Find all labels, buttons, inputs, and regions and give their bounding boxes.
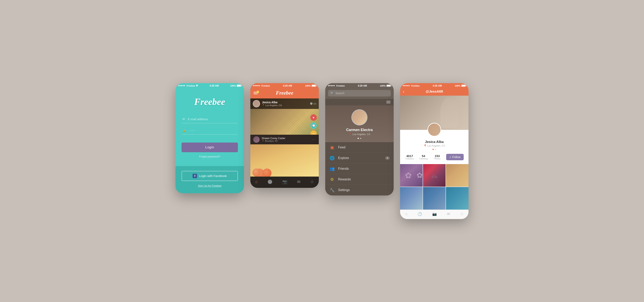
signal-dots-4 <box>403 85 410 86</box>
profile-nav-mail[interactable]: ✉ <box>447 212 450 216</box>
phones-container: Freebee ⌘ 4:20 AM 100% Freebee ✉ E-mail … <box>176 83 468 219</box>
post-2-username: Shawn Corey Carter <box>262 137 310 140</box>
search-input[interactable]: 🔍 Search <box>328 90 391 96</box>
facebook-icon: f <box>192 174 197 178</box>
photos-label: Photos <box>431 158 443 160</box>
follow-button[interactable]: + Follow <box>446 154 464 160</box>
post-2-image <box>250 144 319 176</box>
carrier-3: Freebee <box>328 84 345 87</box>
app-logo-1: Freebee <box>194 96 225 107</box>
status-right-3: 100% <box>380 84 391 87</box>
login-main: Freebee ✉ E-mail address 🔒 ······· Login… <box>176 88 244 166</box>
status-bar-3: Freebee 4:20 AM 100% <box>325 83 394 88</box>
time-2: 4:20 AM <box>283 84 292 87</box>
signup-link[interactable]: Sign Up for Freebee <box>198 184 222 187</box>
profile-location: 📍 Los Angeles, CA <box>403 144 466 147</box>
menu-button[interactable]: 5 <box>254 92 258 94</box>
post-1-avatar <box>253 100 260 107</box>
status-bar-2: Freebee 4:20 AM 100% <box>250 83 319 88</box>
like-button-1[interactable]: ♥ <box>310 114 317 120</box>
carrier-name-2: Freebee <box>262 84 270 87</box>
profile-nav-star[interactable]: ☆ <box>460 212 464 216</box>
photo-2[interactable]: 🚲 <box>423 164 446 187</box>
post-2-meta: Shawn Corey Carter 📍 Brooklyn, NY ··· <box>250 135 319 144</box>
email-icon: ✉ <box>182 117 185 121</box>
carrier-name-4: Freebee <box>411 84 420 87</box>
nav-home[interactable]: ⌂ <box>254 178 259 185</box>
profile-nav-clock[interactable]: 🕐 <box>418 212 422 216</box>
photo-5[interactable] <box>423 187 446 210</box>
hamburger-button[interactable] <box>386 101 390 103</box>
carrier-1: Freebee ⌘ <box>178 84 198 87</box>
feed-icon: ▣ <box>329 145 335 150</box>
menu-item-explore[interactable]: 🌐 Explore 5 <box>325 153 394 164</box>
feed-label: Feed <box>338 146 345 149</box>
settings-label: Settings <box>338 188 350 192</box>
time-3: 4:20 AM <box>358 84 367 87</box>
post-2-options[interactable]: ··· <box>312 137 316 142</box>
nav-camera[interactable]: 📷 <box>281 178 289 185</box>
profile-display-name: Jesica Alba <box>403 140 466 144</box>
lock-icon: 🔒 <box>182 128 186 132</box>
photo-1[interactable]: ✿ <box>400 164 422 187</box>
rewards-icon: ⚙ <box>329 177 335 182</box>
status-right-1: 100% <box>230 84 241 87</box>
battery-label-1: 100% <box>230 84 236 87</box>
menu-item-feed[interactable]: ▣ Feed <box>325 142 394 153</box>
pin-icon-menu: 📍 <box>348 133 352 136</box>
stat-photos: 153 Photos <box>430 152 444 162</box>
profile-nav-home[interactable]: ⌂ <box>405 212 407 216</box>
photo-6[interactable] <box>446 187 468 210</box>
login-button[interactable]: Login <box>182 142 238 152</box>
menu-item-settings[interactable]: 🔧 Settings <box>325 185 394 196</box>
post-1-location: 📍 Los Angeles, CA <box>262 104 308 106</box>
password-field[interactable]: 🔒 ······· <box>182 126 238 134</box>
pin-icon-1: 📍 <box>262 104 265 106</box>
rewards-label: Rewards <box>338 178 351 181</box>
following-label: Following <box>418 158 429 160</box>
share-button-1[interactable]: ↪ <box>310 130 317 134</box>
settings-icon: 🔧 <box>329 188 335 192</box>
email-placeholder: E-mail address <box>188 118 208 121</box>
back-button[interactable]: ‹ <box>403 89 404 94</box>
followers-count: 4017 <box>404 154 416 158</box>
password-placeholder: ······· <box>189 129 195 132</box>
profile-info-section: Jesica Alba 📍 Los Angeles, CA 4017 Follo… <box>400 130 468 164</box>
menu-top-bar <box>325 99 394 105</box>
carrier-name-1: Freebee <box>186 84 195 87</box>
profile-nav-camera[interactable]: 📷 <box>432 212 437 216</box>
menu-item-friends[interactable]: 👥 Friends <box>325 164 394 174</box>
phone-login: Freebee ⌘ 4:20 AM 100% Freebee ✉ E-mail … <box>176 83 244 193</box>
facebook-btn-label: Login with Facebook <box>199 174 227 178</box>
carrier-4: Freebee <box>403 84 420 87</box>
email-field[interactable]: ✉ E-mail address <box>182 115 238 123</box>
phone-feed: Freebee 4:20 AM 100% 5 Freebee <box>250 83 319 188</box>
nav-clock[interactable]: 🕐 <box>266 178 274 185</box>
facebook-login-button[interactable]: f Login with Facebook <box>182 171 238 181</box>
battery-icon-1 <box>237 84 241 87</box>
notification-badge: 5 <box>256 90 259 94</box>
menu-profile-location: 📍 Los Angeles, CA <box>348 133 370 136</box>
pin-icon-profile: 📍 <box>424 144 427 147</box>
feed-bottom-nav: ⌂ 🕐 📷 ✉ ☆ <box>250 176 319 188</box>
carrier-2: Freebee <box>253 84 270 87</box>
menu-item-rewards[interactable]: ⚙ Rewards <box>325 174 394 185</box>
profile-username-header: @JessA69 <box>426 90 443 94</box>
login-bottom: f Login with Facebook Sign Up for Freebe… <box>176 166 244 193</box>
status-bar-1: Freebee ⌘ 4:20 AM 100% <box>176 83 244 88</box>
forgot-password-link[interactable]: Forgot password? <box>199 155 220 158</box>
photo-4[interactable] <box>400 187 422 210</box>
battery-label-4: 100% <box>455 84 460 87</box>
status-right-4: 100% <box>455 84 466 87</box>
photo-3[interactable] <box>446 164 468 187</box>
nav-star[interactable]: ☆ <box>309 178 316 185</box>
post-1-user-info: Jesica Alba 📍 Los Angeles, CA <box>262 101 308 106</box>
comment-button-1[interactable]: 💬 <box>310 122 317 129</box>
followers-label: Followers <box>404 158 416 160</box>
post-2-avatar <box>253 136 260 143</box>
search-bar: 🔍 Search <box>325 88 394 99</box>
photos-count: 153 <box>431 154 443 158</box>
search-placeholder: Search <box>336 92 344 95</box>
nav-mail[interactable]: ✉ <box>296 178 302 185</box>
stat-following: 54 Following <box>416 152 430 162</box>
